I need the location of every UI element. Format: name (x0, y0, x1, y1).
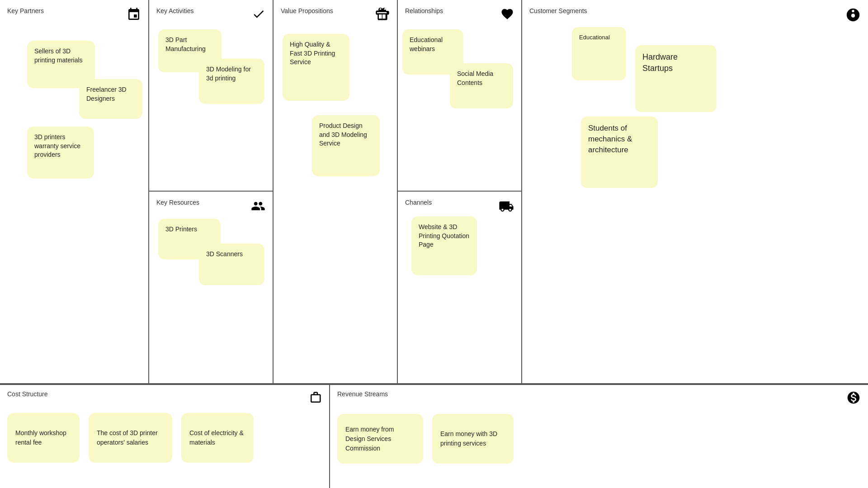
key-partners-header: Key Partners (7, 7, 141, 25)
card-cs3: Educational (572, 27, 626, 80)
key-activities-resources-section: Key Activities 3D Part Manufacturing 3D … (149, 0, 274, 383)
card-kr2: 3D Scanners (199, 244, 264, 285)
customer-segments-header: Customer Segments (529, 7, 861, 24)
card-vp2: Product Design and 3D Modeling Service (312, 115, 380, 176)
key-activities-sub: Key Activities 3D Part Manufacturing 3D … (149, 0, 273, 192)
revenue-streams-title: Revenue Streams (337, 390, 388, 398)
key-partners-title: Key Partners (7, 7, 44, 14)
customer-segments-icon (845, 7, 861, 24)
card-kp2: Freelancer 3D Designers (79, 79, 142, 119)
card-kp3: 3D printers warranty service providers (27, 127, 94, 178)
cost-structure-header: Cost Structure (7, 390, 322, 406)
relationships-sub: Relationships Educational webinars Socia… (398, 0, 521, 192)
cost-structure-title: Cost Structure (7, 390, 47, 398)
cost-icon (308, 390, 322, 406)
revenue-streams-section: Revenue Streams Earn money from Design S… (330, 385, 868, 488)
bottom-section: Cost Structure Monthly workshop rental f… (0, 384, 868, 488)
revenue-streams-header: Revenue Streams (337, 390, 861, 407)
channels-icon (499, 199, 514, 216)
revenue-icon (846, 390, 861, 407)
card-cs2: Students of mechanics & architecture (581, 117, 658, 188)
value-propositions-title: Value Propositions (281, 7, 333, 14)
key-resources-sub: Key Resources 3D Printers 3D Scanners (149, 192, 273, 383)
channels-header: Channels (405, 199, 514, 216)
key-activities-icon (252, 7, 265, 23)
relationships-title: Relationships (405, 7, 443, 14)
card-cs1: Hardware Startups (635, 45, 717, 112)
value-propositions-icon (375, 7, 390, 23)
key-resources-header: Key Resources (156, 199, 265, 215)
relationships-channels-section: Relationships Educational webinars Socia… (398, 0, 522, 383)
card-rev2: Earn money with 3D printing services (432, 414, 514, 464)
customer-segments-section: Customer Segments Educational Hardware S… (522, 0, 868, 383)
key-activities-header: Key Activities (156, 7, 265, 23)
cost-structure-section: Cost Structure Monthly workshop rental f… (0, 385, 330, 488)
channels-sub: Channels Website & 3D Printing Quotation… (398, 192, 521, 383)
card-cost3: Cost of electricity & materials (181, 413, 254, 463)
key-partners-section: Key Partners Sellers of 3D printing mate… (0, 0, 149, 383)
card-cost1: Monthly workshop rental fee (7, 413, 80, 463)
key-resources-icon (251, 199, 265, 215)
key-partners-icon (127, 7, 141, 25)
value-propositions-header: Value Propositions (281, 7, 390, 23)
card-rev1: Earn money from Design Services Commissi… (337, 414, 423, 464)
customer-segments-title: Customer Segments (529, 7, 587, 14)
key-activities-title: Key Activities (156, 7, 193, 14)
business-model-canvas: Key Partners Sellers of 3D printing mate… (0, 0, 868, 488)
value-propositions-section: Value Propositions High Quality & Fast 3… (274, 0, 398, 383)
relationships-icon (500, 7, 514, 23)
channels-title: Channels (405, 199, 432, 206)
card-cost2: The cost of 3D printer operators' salari… (89, 413, 172, 463)
cost-cards-row: Monthly workshop rental fee The cost of … (7, 413, 322, 463)
relationships-header: Relationships (405, 7, 514, 23)
top-section: Key Partners Sellers of 3D printing mate… (0, 0, 868, 384)
card-ka2: 3D Modeling for 3d printing (199, 59, 264, 104)
card-ch1: Website & 3D Printing Quotation Page (411, 216, 477, 275)
card-vp1: High Quality & Fast 3D Printing Service (283, 34, 349, 101)
revenue-cards-row: Earn money from Design Services Commissi… (337, 414, 861, 464)
card-r2: Social Media Contents (450, 63, 513, 108)
key-resources-title: Key Resources (156, 199, 199, 206)
